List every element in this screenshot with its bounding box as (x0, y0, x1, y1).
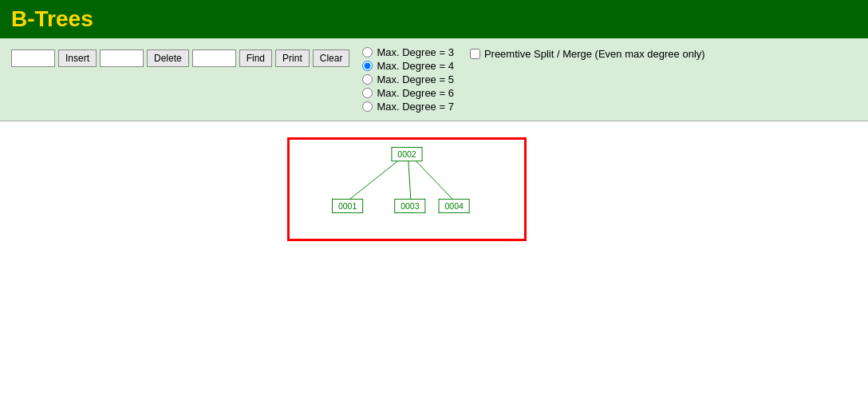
degree-option-4[interactable]: Max. Degree = 4 (362, 60, 453, 72)
degree-radio-7[interactable] (362, 101, 373, 112)
delete-input[interactable] (100, 50, 144, 67)
preemptive-option: Preemtive Split / Merge (Even max degree… (470, 46, 705, 113)
preemptive-checkbox[interactable] (470, 49, 480, 59)
degree-radio-5[interactable] (362, 74, 373, 85)
degree-option-7[interactable]: Max. Degree = 7 (362, 101, 453, 113)
toolbar: Insert Delete Find Print Clear Max. Degr… (0, 38, 868, 121)
degree-radio-3[interactable] (362, 47, 373, 57)
insert-input[interactable] (11, 50, 55, 67)
svg-line-3 (416, 161, 452, 200)
preemptive-label[interactable]: Preemtive Split / Merge (Even max degree… (470, 48, 705, 60)
tree-svg: 0002 0001 0003 0004 (290, 140, 524, 239)
toolbar-options: Max. Degree = 3 Max. Degree = 4 Max. Deg… (362, 46, 704, 113)
degree-option-6[interactable]: Max. Degree = 6 (362, 87, 453, 99)
degree-option-5[interactable]: Max. Degree = 5 (362, 73, 453, 85)
degree-radio-4[interactable] (362, 61, 373, 71)
find-button[interactable]: Find (239, 50, 272, 67)
child-node-0003: 0003 (400, 202, 419, 211)
clear-button[interactable]: Clear (313, 50, 350, 67)
canvas-area: 0002 0001 0003 0004 (0, 121, 868, 361)
child-node-0001: 0001 (338, 202, 357, 211)
delete-button[interactable]: Delete (147, 50, 189, 67)
page-title: B-Trees (11, 6, 857, 32)
degree-options-group: Max. Degree = 3 Max. Degree = 4 Max. Deg… (362, 46, 453, 113)
toolbar-controls: Insert Delete Find Print Clear (11, 46, 349, 67)
svg-line-1 (349, 161, 397, 200)
tree-canvas: 0002 0001 0003 0004 (287, 137, 527, 241)
svg-line-2 (408, 161, 411, 200)
child-node-0004: 0004 (444, 202, 463, 211)
degree-option-3[interactable]: Max. Degree = 3 (362, 46, 453, 58)
insert-button[interactable]: Insert (58, 50, 97, 67)
print-button[interactable]: Print (275, 50, 310, 67)
degree-radio-6[interactable] (362, 88, 373, 98)
find-input[interactable] (192, 50, 236, 67)
preemptive-text: Preemtive Split / Merge (Even max degree… (484, 48, 705, 60)
header: B-Trees (0, 0, 868, 38)
root-node-label: 0002 (397, 150, 416, 159)
